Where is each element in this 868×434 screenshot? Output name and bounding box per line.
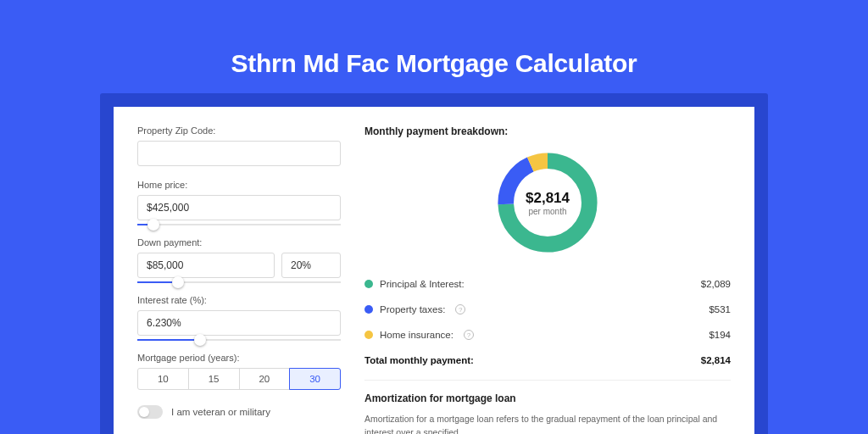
dot-icon: [364, 305, 373, 314]
input-column: Property Zip Code: Home price: Down paym…: [137, 125, 341, 434]
period-group: 10 15 20 30: [137, 368, 341, 390]
home-price-label: Home price:: [137, 180, 341, 190]
period-label: Mortgage period (years):: [137, 353, 341, 363]
row-property-taxes: Property taxes: ? $531: [364, 297, 731, 322]
slider-thumb[interactable]: [172, 276, 184, 288]
home-price-input[interactable]: [137, 195, 341, 220]
slider-fill: [137, 339, 200, 341]
total-value: $2,814: [701, 355, 731, 365]
period-20[interactable]: 20: [239, 368, 291, 390]
zip-input[interactable]: [137, 141, 341, 166]
down-payment-pct-input[interactable]: [281, 253, 341, 278]
breakdown-column: Monthly payment breakdown: $2,814 per mo…: [364, 125, 731, 434]
interest-rate-input[interactable]: [137, 310, 341, 336]
down-payment-label: Down payment:: [137, 237, 341, 248]
veteran-toggle[interactable]: [137, 405, 163, 419]
slider-thumb[interactable]: [194, 334, 206, 346]
amortization-title: Amortization for mortgage loan: [364, 392, 731, 404]
interest-rate-label: Interest rate (%):: [137, 295, 341, 305]
row-total: Total monthly payment: $2,814: [364, 348, 731, 373]
amortization-section: Amortization for mortgage loan Amortizat…: [364, 380, 731, 434]
period-10[interactable]: 10: [137, 368, 189, 390]
breakdown-title: Monthly payment breakdown:: [364, 125, 731, 137]
row-label: Home insurance:: [380, 330, 453, 340]
toggle-knob: [139, 407, 149, 417]
row-principal-interest: Principal & Interest: $2,089: [364, 271, 731, 297]
row-label: Property taxes:: [380, 304, 445, 314]
row-value: $194: [709, 330, 731, 340]
card-shadow: Property Zip Code: Home price: Down paym…: [100, 93, 768, 434]
donut-value: $2,814: [526, 190, 570, 207]
amortization-text: Amortization for a mortgage loan refers …: [364, 413, 731, 434]
period-30[interactable]: 30: [289, 368, 341, 390]
down-payment-slider[interactable]: [137, 281, 341, 283]
row-home-insurance: Home insurance: ? $194: [364, 322, 731, 348]
info-icon[interactable]: ?: [455, 304, 465, 314]
donut-sublabel: per month: [528, 207, 566, 216]
total-label: Total monthly payment:: [364, 355, 474, 365]
dot-icon: [364, 331, 373, 339]
row-label: Principal & Interest:: [380, 279, 465, 289]
period-15[interactable]: 15: [188, 368, 240, 390]
calculator-card: Property Zip Code: Home price: Down paym…: [114, 107, 754, 434]
slider-thumb[interactable]: [147, 219, 159, 231]
down-payment-input[interactable]: [137, 253, 275, 278]
home-price-slider[interactable]: [137, 224, 341, 225]
donut-chart: $2,814 per month: [492, 147, 603, 258]
interest-rate-slider[interactable]: [137, 339, 341, 341]
zip-label: Property Zip Code:: [137, 125, 341, 136]
dot-icon: [364, 280, 373, 288]
veteran-label: I am veteran or military: [171, 407, 270, 417]
info-icon[interactable]: ?: [464, 330, 474, 340]
row-value: $531: [709, 304, 731, 314]
page-title: Sthrn Md Fac Mortgage Calculator: [231, 49, 637, 78]
row-value: $2,089: [701, 279, 731, 289]
